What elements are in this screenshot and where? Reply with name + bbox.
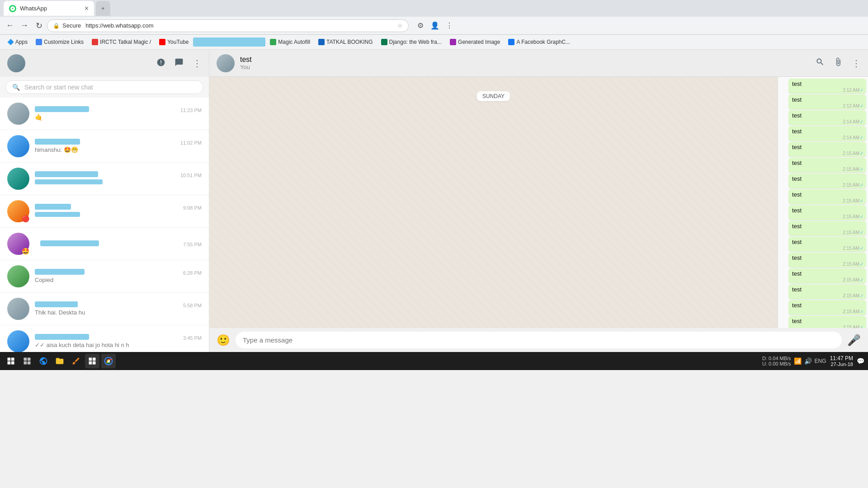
test-message: test 2:15 AM ✓	[780, 300, 866, 315]
attachment-icon[interactable]	[834, 57, 843, 69]
bookmark-django[interactable]: Django: the Web fra...	[377, 37, 446, 47]
contact-avatar[interactable]	[217, 54, 235, 72]
search-chat-icon[interactable]	[816, 57, 825, 69]
menu-dots-icon[interactable]: ⋮	[193, 58, 202, 69]
user-avatar[interactable]	[7, 54, 25, 72]
chat-item[interactable]: 11:02 PM himanshu: 🤩😁	[0, 130, 209, 163]
back-button[interactable]: ←	[4, 19, 16, 32]
clock: 11:47 PM 27-Jun-18	[830, 355, 853, 367]
irctc-favicon	[92, 39, 98, 45]
chat-item[interactable]: 🤩 7:55 PM	[0, 228, 209, 260]
tatkal-favicon	[318, 39, 325, 45]
chat-info: 11:02 PM himanshu: 🤩😁	[35, 139, 202, 154]
task-view-button[interactable]	[20, 354, 34, 368]
notification-button[interactable]: 💬	[857, 357, 864, 365]
start-button[interactable]	[4, 354, 18, 368]
chat-avatar	[7, 265, 29, 287]
new-tab[interactable]: +	[96, 1, 110, 16]
time-text: 2:15 AM	[843, 198, 859, 203]
time-text: 2:15 AM	[843, 151, 859, 156]
chat-item[interactable]: 3:45 PM ✓✓ aisa kuch deta hai jo hota hi…	[0, 325, 209, 352]
chat-msg: ✓✓ aisa kuch deta hai jo hota hi n h	[35, 342, 129, 348]
test-bubble-time: 2:15 AM ✓	[843, 151, 863, 156]
test-msg-text: test	[792, 207, 802, 214]
bookmark-magic[interactable]: Magic Autofill	[266, 37, 314, 47]
bookmark-progress-bar	[193, 38, 265, 47]
chat-item[interactable]: 5:58 PM Thik hai. Deskta hu	[0, 293, 209, 325]
bookmark-customize[interactable]: Customize Links	[32, 37, 87, 47]
search-input-wrap[interactable]: 🔍 Search or start new chat	[5, 80, 203, 94]
mic-button[interactable]: 🎤	[847, 334, 861, 347]
chat-info: 7:55 PM	[40, 240, 202, 247]
tab-close-button[interactable]: ×	[85, 5, 89, 12]
extensions-button[interactable]: ⚙	[414, 19, 427, 32]
svg-rect-3	[28, 361, 31, 365]
bookmark-youtube[interactable]: YouTube	[156, 37, 192, 47]
emoji-button[interactable]: 🙂	[217, 334, 230, 347]
test-message: test 2:15 AM ✓	[780, 316, 866, 328]
chat-time: 3:45 PM	[183, 335, 202, 341]
clock-time: 11:47 PM	[830, 355, 853, 361]
message-input[interactable]	[236, 332, 842, 348]
test-bubble-time: 2:12 AM ✓	[843, 103, 863, 108]
test-bubble-time: 2:15 AM ✓	[843, 214, 863, 219]
chat-time: 11:02 PM	[180, 140, 202, 145]
taskbar: D: 0.04 MB/sU: 0.00 MB/s 📶 🔊 ENG 11:47 P…	[0, 352, 868, 370]
bookmark-star-icon[interactable]: ☆	[397, 22, 403, 29]
test-message: test 2:15 AM ✓	[780, 268, 866, 283]
tatkal-label: TATKAL BOOKING	[326, 39, 373, 45]
test-msg-text: test	[792, 191, 802, 198]
test-message: test 2:15 AM ✓	[780, 284, 866, 299]
chat-item[interactable]: 6:28 PM Copied	[0, 260, 209, 293]
forward-button[interactable]: →	[18, 19, 31, 32]
check-icon: ✓	[860, 214, 863, 219]
chat-item[interactable]: 10:51 PM	[0, 163, 209, 195]
bookmark-apps[interactable]: 🔷 Apps	[4, 37, 31, 47]
test-bubble: test 2:14 AM ✓	[788, 110, 866, 125]
active-tab[interactable]: WhatsApp ×	[4, 1, 94, 16]
chat-avatar	[7, 298, 29, 320]
test-bubble-time: 2:15 AM ✓	[843, 309, 863, 314]
check-icon: ✓	[860, 277, 863, 282]
url-text: https://web.whatsapp.com	[85, 22, 153, 29]
status-icon[interactable]	[156, 58, 165, 69]
test-bubble-time: 2:12 AM ✓	[843, 88, 863, 93]
tab-favicon	[9, 5, 16, 12]
ie-button[interactable]	[36, 354, 51, 368]
tab-title: WhatsApp	[20, 5, 81, 12]
chat-name-blur	[35, 171, 98, 177]
check-icon: ✓	[860, 135, 863, 140]
test-msg-text: test	[792, 160, 802, 166]
bookmark-generated-image[interactable]: Generated Image	[446, 37, 504, 47]
bookmark-tatkal[interactable]: TATKAL BOOKING	[315, 37, 376, 47]
test-bubble: test 2:15 AM ✓	[788, 268, 866, 283]
messages-sidebar: test 2:12 AM ✓ test 2:12 AM ✓	[778, 77, 868, 328]
paint-button[interactable]	[69, 354, 83, 368]
chat-icon[interactable]	[175, 58, 184, 69]
chat-msg-blur	[35, 179, 103, 184]
test-message: test 2:15 AM ✓	[780, 142, 866, 157]
chat-name-blur	[40, 240, 99, 246]
chat-item[interactable]: 🔴 9:08 PM	[0, 195, 209, 228]
test-message: test 2:15 AM ✓	[780, 221, 866, 236]
test-msg-text: test	[792, 175, 802, 182]
bookmark-irctc[interactable]: IRCTC Tatkal Magic /	[88, 37, 155, 47]
check-icon: ✓	[860, 103, 863, 108]
menu-button[interactable]: ⋮	[443, 19, 456, 32]
more-options-icon[interactable]: ⋮	[852, 58, 861, 69]
file-explorer-button[interactable]	[52, 354, 67, 368]
test-message: test 2:15 AM ✓	[780, 205, 866, 220]
chat-info: 5:58 PM Thik hai. Deskta hu	[35, 301, 202, 316]
chat-item[interactable]: 11:23 PM 🤙	[0, 98, 209, 130]
url-bar[interactable]: 🔒 Secure https://web.whatsapp.com ☆	[47, 19, 409, 32]
reload-button[interactable]: ↻	[33, 19, 45, 32]
new-tab-icon: +	[101, 5, 105, 12]
chat-list: 11:23 PM 🤙 11:02 PM himanshu: 🤩😁	[0, 98, 209, 352]
profile-button[interactable]: 👤	[429, 19, 441, 32]
windows-menu-button[interactable]	[85, 354, 99, 368]
bookmark-facebook[interactable]: A Facebook GraphC...	[505, 37, 574, 47]
test-msg-text: test	[792, 80, 802, 87]
sys-tray: D: 0.04 MB/sU: 0.00 MB/s 📶 🔊 ENG	[762, 356, 826, 366]
chat-time: 5:58 PM	[183, 303, 202, 308]
chrome-taskbar-button[interactable]	[101, 354, 116, 368]
